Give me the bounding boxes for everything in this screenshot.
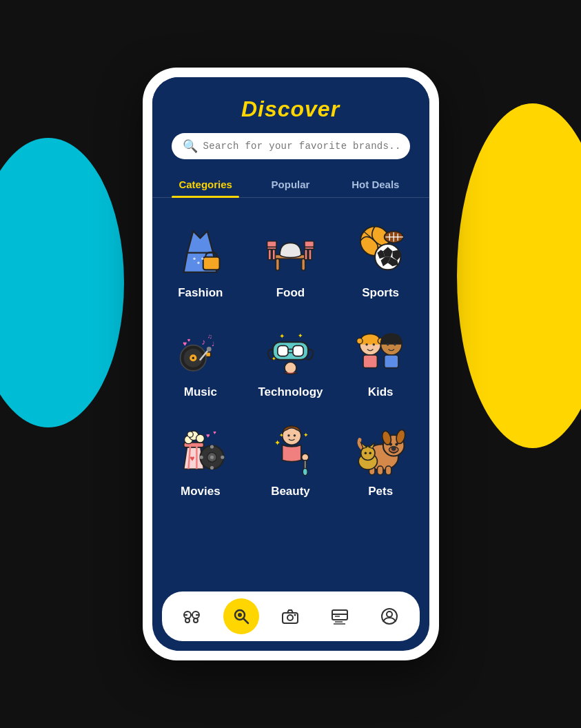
svg-rect-43 bbox=[278, 345, 288, 356]
svg-point-82 bbox=[303, 468, 307, 475]
search-icon: 🔍 bbox=[183, 139, 198, 154]
page-title: Discover bbox=[166, 97, 416, 122]
category-movies[interactable]: ♥ bbox=[159, 410, 243, 503]
beauty-label: Beauty bbox=[271, 485, 310, 498]
sports-icon bbox=[349, 219, 411, 281]
svg-point-114 bbox=[287, 615, 293, 620]
tabs-bar: Categories Popular Hot Deals bbox=[152, 172, 429, 198]
svg-point-53 bbox=[365, 343, 367, 345]
category-kids[interactable]: Kids bbox=[339, 311, 422, 403]
svg-rect-17 bbox=[305, 241, 314, 247]
header: Discover 🔍 bbox=[152, 77, 429, 172]
svg-rect-58 bbox=[363, 355, 377, 368]
svg-point-115 bbox=[294, 614, 296, 616]
svg-rect-44 bbox=[293, 345, 303, 356]
svg-point-78 bbox=[287, 434, 289, 436]
movies-icon: ♥ bbox=[170, 417, 232, 479]
kids-label: Kids bbox=[368, 385, 394, 399]
svg-point-71 bbox=[210, 445, 214, 448]
svg-text:♩: ♩ bbox=[212, 341, 215, 347]
svg-point-89 bbox=[395, 429, 407, 445]
svg-text:♥: ♥ bbox=[187, 337, 191, 343]
category-beauty[interactable]: ✦ ✦ ✦ Beauty bbox=[249, 410, 332, 503]
svg-text:✦: ✦ bbox=[298, 332, 303, 338]
category-technology[interactable]: ✦ ✦ ✦ Technology bbox=[249, 311, 332, 403]
technology-label: Technology bbox=[258, 385, 323, 399]
blob-blue bbox=[0, 138, 124, 427]
svg-rect-96 bbox=[385, 466, 391, 475]
bottom-nav bbox=[162, 592, 420, 641]
svg-text:♥: ♥ bbox=[214, 429, 217, 436]
nav-camera[interactable] bbox=[272, 598, 308, 634]
svg-text:✦: ✦ bbox=[278, 432, 283, 438]
nav-profile[interactable] bbox=[371, 598, 407, 634]
svg-point-73 bbox=[200, 455, 203, 458]
food-icon bbox=[259, 219, 321, 281]
svg-rect-8 bbox=[302, 259, 305, 270]
beauty-icon: ✦ ✦ ✦ bbox=[259, 417, 321, 479]
food-label: Food bbox=[276, 286, 305, 300]
svg-text:✦: ✦ bbox=[278, 332, 284, 340]
svg-point-4 bbox=[198, 261, 200, 263]
svg-rect-16 bbox=[309, 249, 312, 259]
tab-hot-deals[interactable]: Hot Deals bbox=[333, 172, 418, 197]
svg-text:♥: ♥ bbox=[183, 340, 187, 347]
category-food[interactable]: Food bbox=[249, 212, 332, 304]
tab-popular[interactable]: Popular bbox=[248, 172, 333, 197]
svg-marker-0 bbox=[187, 231, 213, 252]
svg-point-74 bbox=[221, 455, 225, 458]
svg-point-3 bbox=[194, 257, 196, 259]
svg-point-101 bbox=[364, 452, 366, 454]
category-pets[interactable]: Pets bbox=[339, 410, 422, 503]
svg-point-5 bbox=[202, 257, 204, 259]
category-music[interactable]: ♪ ♫ ♩ ♥ ♥ Music bbox=[159, 311, 243, 403]
svg-text:♪: ♪ bbox=[202, 336, 206, 346]
blob-yellow bbox=[457, 103, 581, 448]
svg-point-79 bbox=[294, 434, 296, 436]
category-fashion[interactable]: Fashion bbox=[159, 212, 243, 304]
svg-text:♥: ♥ bbox=[190, 454, 195, 463]
svg-line-111 bbox=[243, 618, 248, 623]
svg-point-54 bbox=[372, 343, 374, 345]
fashion-icon bbox=[170, 219, 232, 281]
svg-point-51 bbox=[356, 338, 363, 344]
svg-point-122 bbox=[387, 611, 392, 617]
nav-discover[interactable] bbox=[223, 598, 259, 634]
fashion-label: Fashion bbox=[178, 286, 223, 300]
svg-point-34 bbox=[192, 356, 194, 358]
category-sports[interactable]: Sports bbox=[339, 212, 422, 304]
categories-grid: Fashion bbox=[159, 205, 422, 509]
technology-icon: ✦ ✦ ✦ bbox=[259, 318, 321, 380]
movies-label: Movies bbox=[181, 485, 221, 498]
svg-point-93 bbox=[391, 446, 396, 451]
svg-point-46 bbox=[285, 362, 296, 374]
tab-categories[interactable]: Categories bbox=[163, 172, 248, 197]
svg-point-106 bbox=[194, 618, 198, 623]
svg-point-91 bbox=[395, 443, 398, 445]
svg-point-56 bbox=[387, 343, 389, 345]
search-bar[interactable]: 🔍 bbox=[172, 133, 410, 159]
svg-text:✦: ✦ bbox=[303, 431, 309, 438]
svg-text:✦: ✦ bbox=[274, 438, 281, 447]
sports-label: Sports bbox=[362, 286, 399, 300]
svg-rect-12 bbox=[272, 249, 275, 259]
svg-point-67 bbox=[187, 431, 194, 437]
phone-shell: Discover 🔍 Categories Popular Hot Deals bbox=[143, 68, 439, 660]
svg-rect-95 bbox=[377, 466, 383, 475]
svg-point-72 bbox=[210, 466, 214, 469]
svg-rect-45 bbox=[288, 349, 293, 352]
svg-point-80 bbox=[302, 454, 309, 461]
nav-cards[interactable] bbox=[322, 598, 358, 634]
phone-screen: Discover 🔍 Categories Popular Hot Deals bbox=[152, 77, 429, 651]
svg-point-70 bbox=[210, 455, 214, 458]
search-input[interactable] bbox=[203, 141, 399, 152]
svg-rect-2 bbox=[203, 256, 220, 270]
categories-section: Fashion bbox=[152, 198, 429, 585]
music-label: Music bbox=[184, 385, 217, 399]
kids-icon bbox=[349, 318, 411, 380]
svg-rect-7 bbox=[276, 259, 279, 270]
pets-label: Pets bbox=[368, 485, 393, 498]
svg-rect-11 bbox=[268, 249, 271, 259]
music-icon: ♪ ♫ ♩ ♥ ♥ bbox=[170, 318, 232, 380]
nav-explore[interactable] bbox=[174, 598, 210, 634]
